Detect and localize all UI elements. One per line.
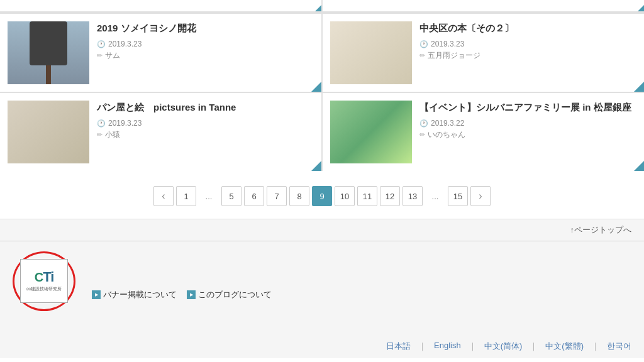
article-date-3: 🕐 2019.3.23: [97, 119, 314, 128]
article-author-text-3: 小猿: [105, 129, 120, 140]
article-content-2: 中央区の本〔その２〕 🕐 2019.3.23 ✏ 五月雨ジョージ: [419, 21, 636, 84]
footer-link-icon-2: [187, 290, 196, 299]
pencil-icon-4: ✏: [419, 131, 425, 139]
article-content-3: パン屋と絵 pictsures in Tanne 🕐 2019.3.23 ✏ 小…: [97, 101, 314, 163]
article-thumbnail-4: [330, 101, 412, 163]
article-thumbnail-1: [8, 21, 89, 84]
pagination: ‹1...5678910111213...15›: [0, 171, 644, 219]
article-title-1: 2019 ソメイヨシノ開花: [97, 21, 314, 35]
lang-separator-4: ｜: [591, 341, 599, 352]
pagination-page-8[interactable]: 8: [289, 186, 309, 206]
article-author-text-1: サム: [105, 50, 120, 61]
page-top-section: ↑ページトップへ: [0, 219, 644, 241]
clock-icon-1: 🕐: [97, 40, 106, 48]
article-date-text-2: 2019.3.23: [431, 40, 464, 48]
pagination-next[interactable]: ›: [470, 186, 491, 206]
footer-top: CTi ㈱建設技術研究所 バナー掲載について このブログについて: [13, 251, 631, 314]
lang-link-한국어[interactable]: 한국어: [607, 341, 631, 352]
lang-link-日本語[interactable]: 日本語: [386, 341, 411, 352]
article-date-4: 🕐 2019.3.22: [419, 119, 636, 128]
pagination-page-6[interactable]: 6: [244, 186, 264, 206]
footer: CTi ㈱建設技術研究所 バナー掲載について このブログについて: [0, 241, 644, 334]
footer-link-icon-1: [92, 290, 101, 299]
article-date-1: 🕐 2019.3.23: [97, 40, 314, 48]
clock-icon-2: 🕐: [419, 40, 428, 48]
pagination-page-13[interactable]: 13: [402, 186, 423, 206]
article-author-text-2: 五月雨ジョージ: [428, 50, 480, 61]
article-meta-1: 🕐 2019.3.23 ✏ サム: [97, 40, 314, 61]
article-meta-4: 🕐 2019.3.22 ✏ いのちゃん: [419, 119, 636, 140]
article-author-3: ✏ 小猿: [97, 129, 314, 140]
thumbnail-graphic-2: [330, 21, 412, 84]
page-top-link[interactable]: ↑ページトップへ: [570, 224, 632, 236]
thumbnail-graphic-3: [8, 101, 89, 163]
article-date-text-4: 2019.3.22: [431, 119, 464, 128]
article-content-4: 【イベント】シルバニアファミリー展 in 松屋銀座 🕐 2019.3.22 ✏ …: [419, 101, 636, 163]
pagination-page-10[interactable]: 10: [335, 186, 355, 206]
lang-separator-3: ｜: [530, 341, 538, 352]
logo-company-text: ㈱建設技術研究所: [26, 286, 62, 292]
partial-card-left: [0, 0, 321, 11]
footer-link-2[interactable]: このブログについて: [187, 289, 272, 300]
logo-container: CTi ㈱建設技術研究所: [13, 251, 82, 314]
article-author-2: ✏ 五月雨ジョージ: [419, 50, 636, 61]
footer-link-label-1: バナー掲載について: [103, 289, 177, 300]
pagination-page-12[interactable]: 12: [380, 186, 400, 206]
pagination-page-7[interactable]: 7: [267, 186, 287, 206]
article-title-4: 【イベント】シルバニアファミリー展 in 松屋銀座: [419, 101, 636, 114]
article-card-3[interactable]: パン屋と絵 pictsures in Tanne 🕐 2019.3.23 ✏ 小…: [0, 93, 321, 171]
pagination-prev[interactable]: ‹: [153, 186, 174, 206]
article-thumbnail-3: [8, 101, 89, 163]
lang-link-中文(繁體)[interactable]: 中文(繁體): [545, 341, 584, 352]
footer-link-1[interactable]: バナー掲載について: [92, 289, 177, 300]
clock-icon-3: 🕐: [97, 119, 106, 128]
pagination-page-1[interactable]: 1: [176, 186, 196, 206]
logo-c: C: [35, 270, 43, 284]
logo-mark: ㈱: [26, 287, 31, 291]
logo-company-name: 建設技術研究所: [31, 287, 62, 291]
pagination-page-...: ...: [199, 186, 219, 206]
pencil-icon-1: ✏: [97, 52, 103, 60]
article-title-2: 中央区の本〔その２〕: [419, 21, 636, 35]
lang-link-English[interactable]: English: [434, 341, 461, 352]
pagination-page-9[interactable]: 9: [312, 186, 332, 206]
partial-top-row: [0, 0, 644, 13]
article-content-1: 2019 ソメイヨシノ開花 🕐 2019.3.23 ✏ サム: [97, 21, 314, 84]
footer-links: バナー掲載について このブログについて: [92, 251, 272, 300]
thumbnail-graphic-1: [8, 21, 89, 84]
article-meta-3: 🕐 2019.3.23 ✏ 小猿: [97, 119, 314, 140]
pagination-page-5[interactable]: 5: [221, 186, 242, 206]
logo-inner: CTi ㈱建設技術研究所: [20, 259, 68, 303]
article-card-1[interactable]: 2019 ソメイヨシノ開花 🕐 2019.3.23 ✏ サム: [0, 14, 321, 92]
article-author-4: ✏ いのちゃん: [419, 129, 636, 140]
clock-icon-4: 🕐: [419, 119, 428, 128]
pencil-icon-2: ✏: [419, 52, 425, 60]
pagination-page-...: ...: [425, 186, 445, 206]
article-grid: 2019 ソメイヨシノ開花 🕐 2019.3.23 ✏ サム 中央区の本〔その２…: [0, 13, 644, 171]
article-date-text-1: 2019.3.23: [108, 40, 142, 48]
lang-separator-1: ｜: [418, 341, 426, 352]
footer-link-label-2: このブログについて: [198, 289, 272, 300]
pagination-page-15[interactable]: 15: [448, 186, 468, 206]
pagination-page-11[interactable]: 11: [357, 186, 377, 206]
article-card-4[interactable]: 【イベント】シルバニアファミリー展 in 松屋銀座 🕐 2019.3.22 ✏ …: [323, 93, 644, 171]
partial-card-right: [323, 0, 644, 11]
language-links: 日本語｜English｜中文(简体)｜中文(繁體)｜한국어: [0, 334, 644, 358]
article-thumbnail-2: [330, 21, 412, 84]
article-title-3: パン屋と絵 pictsures in Tanne: [97, 101, 314, 114]
article-meta-2: 🕐 2019.3.23 ✏ 五月雨ジョージ: [419, 40, 636, 61]
article-card-2[interactable]: 中央区の本〔その２〕 🕐 2019.3.23 ✏ 五月雨ジョージ: [323, 14, 644, 92]
thumbnail-graphic-4: [330, 101, 412, 163]
logo-cti-text: CTi: [35, 270, 54, 284]
article-date-text-3: 2019.3.23: [108, 119, 142, 128]
logo-ti: Ti: [43, 269, 53, 285]
article-author-text-4: いのちゃん: [428, 129, 465, 140]
article-author-1: ✏ サム: [97, 50, 314, 61]
lang-link-中文(简体)[interactable]: 中文(简体): [484, 341, 523, 352]
article-date-2: 🕐 2019.3.23: [419, 40, 636, 48]
lang-separator-2: ｜: [469, 341, 477, 352]
pencil-icon-3: ✏: [97, 131, 103, 139]
